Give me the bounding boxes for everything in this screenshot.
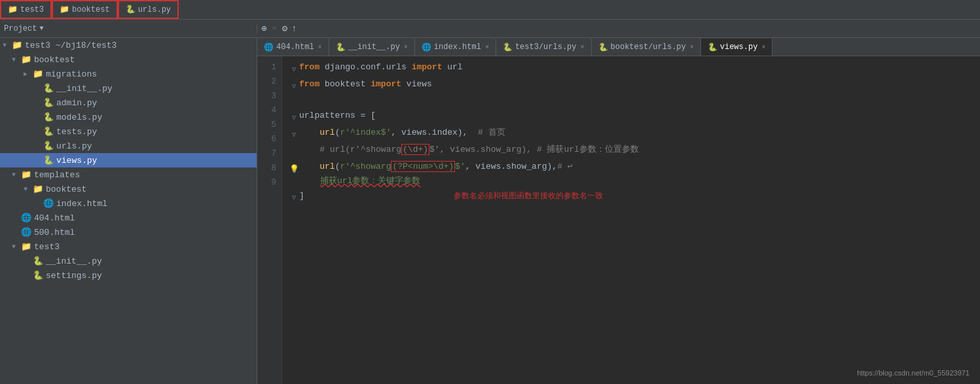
sidebar-item-settings-py[interactable]: 🐍 settings.py: [0, 268, 257, 283]
folder-icon-root: 📁: [12, 40, 22, 50]
sidebar-item-models-py[interactable]: 🐍 models.py: [0, 110, 257, 124]
html-icon-tab-404: 🌐: [264, 43, 274, 52]
sidebar-item-urls-py[interactable]: 🐍 urls.py: [0, 139, 257, 153]
close-icon-tab-index[interactable]: ×: [485, 44, 489, 51]
code-text-3: [299, 94, 973, 109]
sidebar-init-label: __init__.py: [56, 84, 113, 94]
sidebar-item-init-py[interactable]: 🐍 __init__.py: [0, 81, 257, 96]
editor-tabs: 🌐 404.html × 🐍 __init__.py × 🌐 index.htm…: [257, 38, 980, 56]
editor-tab-views[interactable]: 🐍 views.py ×: [701, 39, 773, 56]
sidebar-item-views-py[interactable]: 🐍 views.py: [0, 153, 257, 167]
sidebar-item-500[interactable]: 🌐 500.html: [0, 225, 257, 239]
editor-tab-index-label: index.html: [434, 43, 481, 52]
sidebar-booktest-label: booktest: [34, 55, 75, 65]
code-line-7: 💡 url(r'^showarg(?P<num>\d+)$', views.sh…: [289, 160, 973, 188]
editor-tab-booktest-urls[interactable]: 🐍 booktest/urls.py ×: [592, 39, 701, 56]
code-line-9: [289, 205, 973, 220]
fold-icon-2[interactable]: ▽: [289, 80, 299, 94]
code-line-2: ▽ from booktest import views: [289, 77, 973, 94]
py-icon-init: 🐍: [43, 83, 54, 94]
code-text-6: # url(r'^showarg(\d+)$', views.show_arg)…: [299, 143, 973, 157]
sidebar-item-booktest[interactable]: ▼ 📁 booktest: [0, 52, 257, 67]
code-text-2: from booktest import views: [299, 77, 973, 92]
close-icon-tab-test3-urls[interactable]: ×: [581, 44, 585, 51]
sidebar-models-label: models.py: [56, 113, 102, 122]
sidebar-test3-init-label: __init__.py: [46, 256, 102, 266]
code-line-1: ▽ from django.conf.urls import url: [289, 60, 973, 77]
editor-tab-index[interactable]: 🌐 index.html ×: [415, 39, 496, 56]
py-icon-urls: 🐍: [126, 5, 136, 14]
folder-icon-test3: 📁: [8, 5, 18, 14]
code-text-7: url(r'^showarg(?P<num>\d+)$', views.show…: [299, 160, 973, 188]
fold-icon-6: [289, 145, 299, 160]
close-icon-tab-views[interactable]: ×: [761, 44, 765, 51]
arrow-icon-booktest: ▼: [12, 56, 21, 63]
py-icon-tab-views: 🐍: [708, 43, 717, 52]
editor-tab-booktest-urls-label: booktest/urls.py: [611, 43, 686, 52]
code-line-6: # url(r'^showarg(\d+)$', views.show_arg)…: [289, 143, 973, 160]
sidebar-500-label: 500.html: [34, 228, 75, 237]
sidebar-item-404[interactable]: 🌐 404.html: [0, 211, 257, 225]
main-area: ▼ 📁 test3 ~/bj18/test3 ▼ 📁 booktest ▶ 📁 …: [0, 38, 980, 384]
title-tab-booktest-label: booktest: [72, 5, 110, 14]
title-tab-booktest[interactable]: 📁 booktest: [52, 0, 118, 19]
title-tab-urls-py[interactable]: 🐍 urls.py: [118, 0, 179, 19]
sync-icon[interactable]: ⊕: [261, 23, 266, 34]
sidebar-item-test3-init[interactable]: 🐍 __init__.py: [0, 254, 257, 268]
code-text-4: urlpatterns = [: [299, 109, 973, 123]
code-area[interactable]: ▽ from django.conf.urls import url ▽ fro…: [282, 56, 980, 384]
sidebar-views-label: views.py: [56, 156, 97, 166]
toolbar-actions: ⊕ ÷ ⚙ ↑: [257, 23, 300, 34]
sidebar-404-label: 404.html: [34, 213, 75, 223]
red-annotation: 参数名必须和视图函数里接收的参数名一致: [454, 191, 603, 200]
toolbar-left: Project ▼: [0, 24, 257, 33]
arrow-icon-migrations: ▶: [24, 70, 33, 78]
project-label: Project: [4, 24, 37, 33]
editor-tab-test3-urls[interactable]: 🐍 test3/urls.py ×: [496, 39, 592, 56]
sidebar-item-migrations[interactable]: ▶ 📁 migrations: [0, 67, 257, 81]
sidebar-root[interactable]: ▼ 📁 test3 ~/bj18/test3: [0, 38, 257, 52]
editor-tab-404[interactable]: 🌐 404.html ×: [257, 39, 329, 56]
sidebar: ▼ 📁 test3 ~/bj18/test3 ▼ 📁 booktest ▶ 📁 …: [0, 38, 257, 384]
py-icon-admin: 🐍: [43, 97, 54, 108]
py-icon-tests: 🐍: [43, 126, 54, 137]
sidebar-booktest-sub-label: booktest: [46, 184, 86, 194]
editor-wrap: 🌐 404.html × 🐍 __init__.py × 🌐 index.htm…: [257, 38, 980, 384]
sidebar-item-templates[interactable]: ▼ 📁 templates: [0, 167, 257, 182]
close-icon-tab-booktest-urls[interactable]: ×: [690, 44, 694, 51]
bulb-icon-7[interactable]: 💡: [289, 162, 299, 177]
editor-tab-test3-urls-label: test3/urls.py: [515, 43, 577, 52]
arrow-icon-templates: ▼: [12, 171, 21, 179]
fold-icon-1[interactable]: ▽: [289, 63, 299, 77]
sidebar-item-booktest-sub[interactable]: ▼ 📁 booktest: [0, 182, 257, 196]
code-line-3: [289, 94, 973, 109]
html-icon-404: 🌐: [21, 213, 31, 223]
sidebar-settings-label: settings.py: [46, 271, 102, 281]
sidebar-root-label: test3 ~/bj18/test3: [25, 41, 117, 50]
title-tab-test3[interactable]: 📁 test3: [0, 0, 52, 19]
arrow-icon-booktest-sub: ▼: [24, 186, 33, 193]
url-bottom: https://blog.csdn.net/m0_55923971: [857, 366, 970, 380]
py-icon-test3-init: 🐍: [33, 256, 43, 266]
close-icon-tab-init[interactable]: ×: [404, 44, 408, 51]
folder-icon-booktest: 📁: [60, 5, 69, 14]
html-icon-index: 🌐: [43, 198, 54, 209]
settings-icon[interactable]: ⚙: [282, 23, 287, 34]
py-icon-tab-booktest-urls: 🐍: [598, 43, 608, 52]
fold-icon-8[interactable]: ▽: [289, 191, 299, 205]
fold-icon-4[interactable]: ▽: [289, 111, 299, 126]
sidebar-test3-sub-label: test3: [34, 242, 60, 252]
sidebar-item-tests-py[interactable]: 🐍 tests.py: [0, 124, 257, 139]
code-text-5: url(r'^index$', views.index), # 首页: [299, 126, 973, 140]
arrow-up-icon[interactable]: ↑: [291, 24, 297, 34]
fold-icon-5[interactable]: ▽: [289, 128, 299, 143]
py-icon-tab-init: 🐍: [336, 43, 346, 52]
sidebar-item-admin-py[interactable]: 🐍 admin.py: [0, 96, 257, 110]
sidebar-item-test3-sub[interactable]: ▼ 📁 test3: [0, 239, 257, 254]
sidebar-item-index-html[interactable]: 🌐 index.html: [0, 196, 257, 211]
py-icon-views: 🐍: [43, 155, 54, 166]
py-icon-settings: 🐍: [33, 270, 43, 281]
close-icon-tab-404[interactable]: ×: [318, 44, 322, 51]
sidebar-admin-label: admin.py: [56, 98, 97, 108]
editor-tab-init[interactable]: 🐍 __init__.py ×: [329, 39, 415, 56]
